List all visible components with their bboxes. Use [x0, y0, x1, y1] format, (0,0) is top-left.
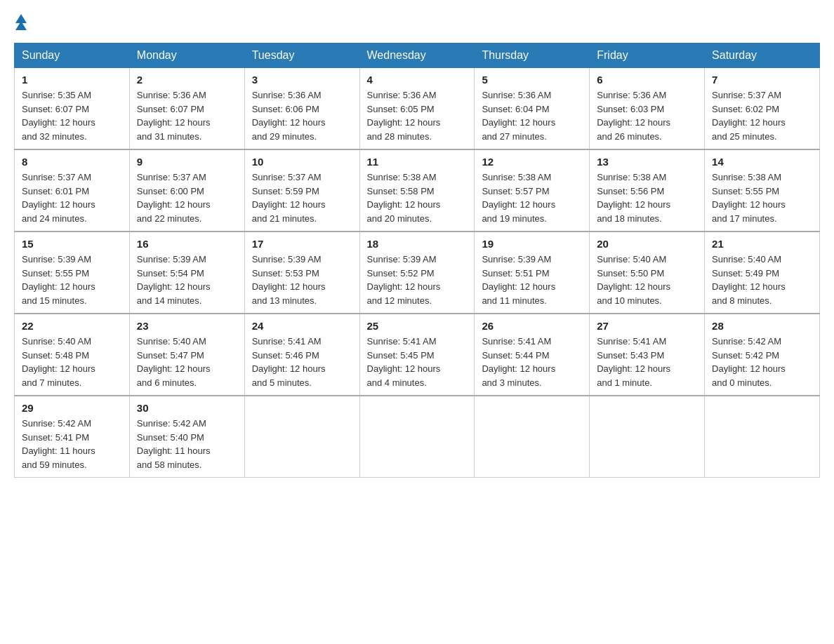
calendar-table: SundayMondayTuesdayWednesdayThursdayFrid…: [14, 43, 820, 478]
day-number: 29: [22, 402, 122, 414]
calendar-cell: 23Sunrise: 5:40 AMSunset: 5:47 PMDayligh…: [129, 314, 244, 396]
day-info: Sunrise: 5:36 AMSunset: 6:04 PMDaylight:…: [482, 90, 555, 142]
day-info: Sunrise: 5:40 AMSunset: 5:49 PMDaylight:…: [712, 254, 786, 306]
day-info: Sunrise: 5:42 AMSunset: 5:40 PMDaylight:…: [137, 418, 211, 470]
col-header-tuesday: Tuesday: [244, 43, 359, 68]
calendar-cell: [244, 396, 359, 478]
day-number: 1: [22, 74, 122, 86]
week-row-4: 22Sunrise: 5:40 AMSunset: 5:48 PMDayligh…: [15, 314, 820, 396]
day-info: Sunrise: 5:41 AMSunset: 5:44 PMDaylight:…: [482, 336, 555, 388]
day-number: 7: [712, 74, 812, 86]
day-number: 24: [252, 320, 352, 332]
col-header-friday: Friday: [590, 43, 705, 68]
day-info: Sunrise: 5:40 AMSunset: 5:47 PMDaylight:…: [137, 336, 211, 388]
day-number: 2: [137, 74, 237, 86]
calendar-cell: 9Sunrise: 5:37 AMSunset: 6:00 PMDaylight…: [129, 149, 244, 232]
day-number: 11: [367, 156, 468, 168]
day-info: Sunrise: 5:41 AMSunset: 5:43 PMDaylight:…: [597, 336, 670, 388]
day-info: Sunrise: 5:38 AMSunset: 5:55 PMDaylight:…: [712, 172, 786, 224]
header: Blue: [14, 14, 820, 30]
day-info: Sunrise: 5:37 AMSunset: 6:01 PMDaylight:…: [22, 172, 95, 224]
col-header-wednesday: Wednesday: [359, 43, 475, 68]
col-header-thursday: Thursday: [475, 43, 590, 68]
day-number: 18: [367, 238, 468, 250]
day-info: Sunrise: 5:37 AMSunset: 5:59 PMDaylight:…: [252, 172, 326, 224]
calendar-cell: 16Sunrise: 5:39 AMSunset: 5:54 PMDayligh…: [129, 232, 244, 314]
calendar-cell: [590, 396, 705, 478]
col-header-sunday: Sunday: [15, 43, 130, 68]
day-info: Sunrise: 5:39 AMSunset: 5:54 PMDaylight:…: [137, 254, 211, 306]
day-number: 21: [712, 238, 812, 250]
calendar-cell: 28Sunrise: 5:42 AMSunset: 5:42 PMDayligh…: [705, 314, 820, 396]
calendar-cell: 19Sunrise: 5:39 AMSunset: 5:51 PMDayligh…: [475, 232, 590, 314]
week-row-5: 29Sunrise: 5:42 AMSunset: 5:41 PMDayligh…: [15, 396, 820, 478]
calendar-cell: [475, 396, 590, 478]
calendar-cell: 1Sunrise: 5:35 AMSunset: 6:07 PMDaylight…: [15, 68, 130, 150]
calendar-cell: 21Sunrise: 5:40 AMSunset: 5:49 PMDayligh…: [705, 232, 820, 314]
day-number: 5: [482, 74, 582, 86]
day-number: 25: [367, 320, 468, 332]
calendar-cell: 8Sunrise: 5:37 AMSunset: 6:01 PMDaylight…: [15, 149, 130, 232]
day-info: Sunrise: 5:37 AMSunset: 6:02 PMDaylight:…: [712, 90, 786, 142]
calendar-cell: 2Sunrise: 5:36 AMSunset: 6:07 PMDaylight…: [129, 68, 244, 150]
calendar-cell: 5Sunrise: 5:36 AMSunset: 6:04 PMDaylight…: [475, 68, 590, 150]
day-number: 4: [367, 74, 468, 86]
day-info: Sunrise: 5:41 AMSunset: 5:45 PMDaylight:…: [367, 336, 441, 388]
day-info: Sunrise: 5:37 AMSunset: 6:00 PMDaylight:…: [137, 172, 211, 224]
day-number: 13: [597, 156, 697, 168]
calendar-cell: [359, 396, 475, 478]
day-info: Sunrise: 5:39 AMSunset: 5:52 PMDaylight:…: [367, 254, 441, 306]
calendar-cell: 11Sunrise: 5:38 AMSunset: 5:58 PMDayligh…: [359, 149, 475, 232]
calendar-cell: 18Sunrise: 5:39 AMSunset: 5:52 PMDayligh…: [359, 232, 475, 314]
logo: Blue: [14, 14, 27, 30]
calendar-cell: 6Sunrise: 5:36 AMSunset: 6:03 PMDaylight…: [590, 68, 705, 150]
day-number: 23: [137, 320, 237, 332]
day-info: Sunrise: 5:38 AMSunset: 5:56 PMDaylight:…: [597, 172, 670, 224]
calendar-cell: [705, 396, 820, 478]
day-number: 15: [22, 238, 122, 250]
header-row: SundayMondayTuesdayWednesdayThursdayFrid…: [15, 43, 820, 68]
day-number: 28: [712, 320, 812, 332]
day-number: 12: [482, 156, 582, 168]
day-number: 9: [137, 156, 237, 168]
day-number: 8: [22, 156, 122, 168]
day-info: Sunrise: 5:36 AMSunset: 6:05 PMDaylight:…: [367, 90, 441, 142]
day-info: Sunrise: 5:42 AMSunset: 5:41 PMDaylight:…: [22, 418, 95, 470]
day-info: Sunrise: 5:39 AMSunset: 5:51 PMDaylight:…: [482, 254, 555, 306]
col-header-monday: Monday: [129, 43, 244, 68]
calendar-cell: 25Sunrise: 5:41 AMSunset: 5:45 PMDayligh…: [359, 314, 475, 396]
day-info: Sunrise: 5:40 AMSunset: 5:48 PMDaylight:…: [22, 336, 95, 388]
calendar-cell: 10Sunrise: 5:37 AMSunset: 5:59 PMDayligh…: [244, 149, 359, 232]
calendar-cell: 14Sunrise: 5:38 AMSunset: 5:55 PMDayligh…: [705, 149, 820, 232]
calendar-cell: 15Sunrise: 5:39 AMSunset: 5:55 PMDayligh…: [15, 232, 130, 314]
day-info: Sunrise: 5:38 AMSunset: 5:57 PMDaylight:…: [482, 172, 555, 224]
day-number: 30: [137, 402, 237, 414]
day-number: 19: [482, 238, 582, 250]
day-info: Sunrise: 5:41 AMSunset: 5:46 PMDaylight:…: [252, 336, 326, 388]
col-header-saturday: Saturday: [705, 43, 820, 68]
day-info: Sunrise: 5:40 AMSunset: 5:50 PMDaylight:…: [597, 254, 670, 306]
day-info: Sunrise: 5:38 AMSunset: 5:58 PMDaylight:…: [367, 172, 441, 224]
day-info: Sunrise: 5:42 AMSunset: 5:42 PMDaylight:…: [712, 336, 786, 388]
day-number: 3: [252, 74, 352, 86]
day-info: Sunrise: 5:36 AMSunset: 6:03 PMDaylight:…: [597, 90, 670, 142]
day-number: 20: [597, 238, 697, 250]
week-row-1: 1Sunrise: 5:35 AMSunset: 6:07 PMDaylight…: [15, 68, 820, 150]
calendar-cell: 17Sunrise: 5:39 AMSunset: 5:53 PMDayligh…: [244, 232, 359, 314]
calendar-cell: 20Sunrise: 5:40 AMSunset: 5:50 PMDayligh…: [590, 232, 705, 314]
calendar-cell: 24Sunrise: 5:41 AMSunset: 5:46 PMDayligh…: [244, 314, 359, 396]
day-info: Sunrise: 5:36 AMSunset: 6:07 PMDaylight:…: [137, 90, 211, 142]
day-info: Sunrise: 5:39 AMSunset: 5:55 PMDaylight:…: [22, 254, 95, 306]
calendar-cell: 7Sunrise: 5:37 AMSunset: 6:02 PMDaylight…: [705, 68, 820, 150]
week-row-3: 15Sunrise: 5:39 AMSunset: 5:55 PMDayligh…: [15, 232, 820, 314]
day-number: 17: [252, 238, 352, 250]
day-info: Sunrise: 5:35 AMSunset: 6:07 PMDaylight:…: [22, 90, 95, 142]
week-row-2: 8Sunrise: 5:37 AMSunset: 6:01 PMDaylight…: [15, 149, 820, 232]
calendar-cell: 4Sunrise: 5:36 AMSunset: 6:05 PMDaylight…: [359, 68, 475, 150]
day-number: 10: [252, 156, 352, 168]
day-number: 16: [137, 238, 237, 250]
day-info: Sunrise: 5:39 AMSunset: 5:53 PMDaylight:…: [252, 254, 326, 306]
calendar-cell: 27Sunrise: 5:41 AMSunset: 5:43 PMDayligh…: [590, 314, 705, 396]
day-number: 22: [22, 320, 122, 332]
day-number: 27: [597, 320, 697, 332]
